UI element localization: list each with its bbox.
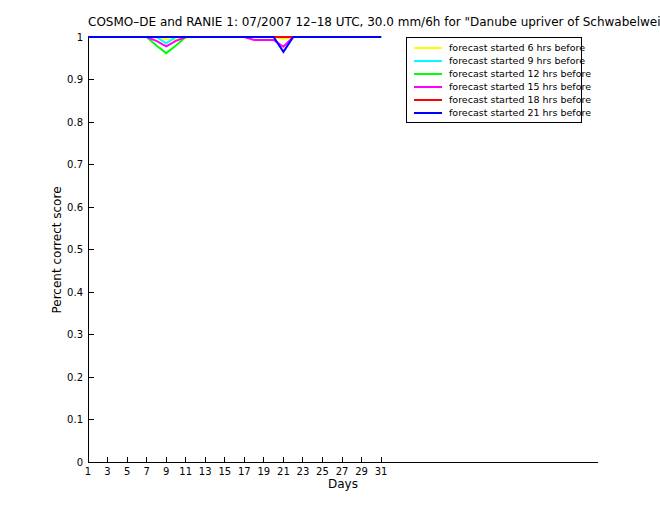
legend-item: forecast started 12 hrs before bbox=[407, 68, 581, 80]
y-tick-label: 0.5 bbox=[67, 244, 83, 255]
y-tick-label: 0.4 bbox=[67, 287, 83, 298]
y-tick-label: 0.8 bbox=[67, 117, 83, 128]
series-line-5 bbox=[88, 37, 381, 52]
x-tick-label: 7 bbox=[143, 466, 149, 477]
legend-label: forecast started 6 hrs before bbox=[449, 42, 585, 53]
x-tick-label: 17 bbox=[238, 466, 251, 477]
series-line-2 bbox=[88, 37, 381, 53]
x-axis-label: Days bbox=[88, 477, 598, 491]
x-tick-label: 27 bbox=[336, 466, 349, 477]
legend: forecast started 6 hrs beforeforecast st… bbox=[406, 37, 582, 123]
x-tick-label: 9 bbox=[163, 466, 169, 477]
legend-label: forecast started 9 hrs before bbox=[449, 55, 585, 66]
legend-line-swatch bbox=[414, 112, 442, 114]
y-tick-label: 0.7 bbox=[67, 159, 83, 170]
legend-line-swatch bbox=[414, 60, 442, 62]
series-line-3 bbox=[88, 37, 381, 47]
y-tick-label: 1 bbox=[77, 32, 83, 43]
legend-line-swatch bbox=[414, 86, 442, 88]
legend-item: forecast started 6 hrs before bbox=[407, 42, 581, 54]
x-tick-label: 1 bbox=[85, 466, 91, 477]
legend-line-swatch bbox=[414, 73, 442, 75]
x-tick-label: 11 bbox=[179, 466, 192, 477]
x-tick-label: 19 bbox=[257, 466, 270, 477]
x-tick-label: 15 bbox=[218, 466, 231, 477]
legend-item: forecast started 18 hrs before bbox=[407, 94, 581, 106]
x-tick-label: 23 bbox=[297, 466, 310, 477]
y-tick-label: 0.2 bbox=[67, 372, 83, 383]
legend-line-swatch bbox=[414, 99, 442, 101]
plot-title: COSMO–DE and RANIE 1: 07/2007 12–18 UTC,… bbox=[88, 15, 598, 29]
legend-label: forecast started 18 hrs before bbox=[449, 94, 591, 105]
y-axis-label: Percent correct score bbox=[50, 186, 64, 313]
legend-label: forecast started 12 hrs before bbox=[449, 68, 591, 79]
legend-item: forecast started 21 hrs before bbox=[407, 107, 581, 119]
y-tick-label: 0.9 bbox=[67, 74, 83, 85]
y-tick-label: 0.6 bbox=[67, 202, 83, 213]
y-tick-label: 0.3 bbox=[67, 329, 83, 340]
legend-item: forecast started 9 hrs before bbox=[407, 55, 581, 67]
figure: 00.10.20.30.40.50.60.70.80.9113579111315… bbox=[0, 0, 660, 520]
y-tick-label: 0.1 bbox=[67, 414, 83, 425]
x-tick-label: 25 bbox=[316, 466, 329, 477]
legend-label: forecast started 21 hrs before bbox=[449, 107, 591, 118]
x-tick-label: 31 bbox=[375, 466, 388, 477]
x-tick-label: 3 bbox=[104, 466, 110, 477]
x-tick-label: 21 bbox=[277, 466, 290, 477]
legend-item: forecast started 15 hrs before bbox=[407, 81, 581, 93]
legend-label: forecast started 15 hrs before bbox=[449, 81, 591, 92]
y-tick-label: 0 bbox=[77, 457, 83, 468]
x-tick-label: 13 bbox=[199, 466, 212, 477]
legend-line-swatch bbox=[414, 47, 442, 49]
x-tick-label: 29 bbox=[355, 466, 368, 477]
x-tick-label: 5 bbox=[124, 466, 130, 477]
